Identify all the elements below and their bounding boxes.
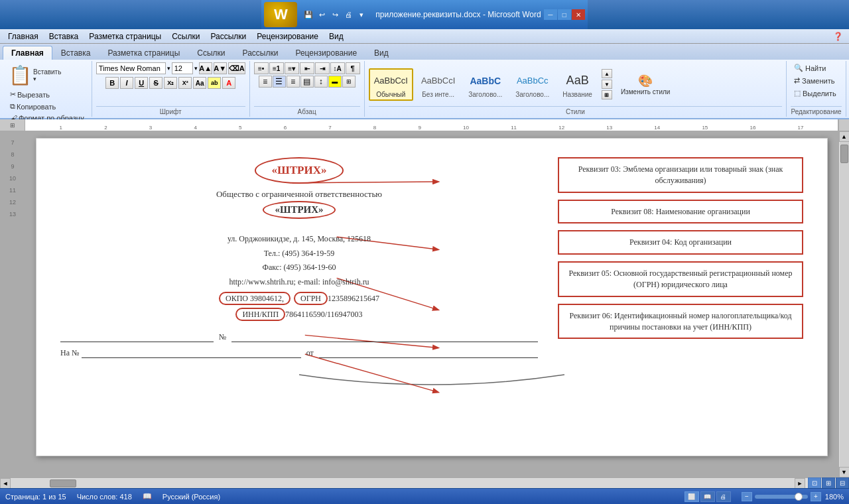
redo-qat-button[interactable]: ↪ <box>329 9 341 21</box>
scroll-track[interactable] <box>840 142 849 467</box>
language[interactable]: Русский (Россия) <box>163 493 220 501</box>
status-view-print-button[interactable]: 🖨 <box>716 491 731 502</box>
tab-layout[interactable]: Разметка страницы <box>99 46 188 60</box>
change-styles-button[interactable]: 🎨 Изменить стили <box>618 72 673 97</box>
close-button[interactable]: ✕ <box>572 9 585 20</box>
tab-view[interactable]: Вид <box>365 46 397 60</box>
align-left-button[interactable]: ≡ <box>259 76 272 88</box>
styles-group-label: Стили <box>369 106 782 115</box>
superscript-button[interactable]: X² <box>178 77 192 89</box>
word-count: Число слов: 418 <box>77 493 132 501</box>
status-view-reading-button[interactable]: 📖 <box>700 491 715 502</box>
menu-insert[interactable]: Вставка <box>44 31 84 42</box>
menu-view[interactable]: Вид <box>324 31 349 42</box>
undo-qat-button[interactable]: ↩ <box>316 9 328 21</box>
print-qat-button[interactable]: 🖨 <box>342 9 354 21</box>
italic-button[interactable]: I <box>120 77 133 89</box>
bullets-button[interactable]: ≡• <box>254 62 269 74</box>
highlight-button[interactable]: ab <box>208 77 221 89</box>
req05-box: Реквизит 05: Основной государственный ре… <box>558 261 803 297</box>
underline-button[interactable]: U <box>135 77 148 89</box>
view-web-button[interactable]: ⊟ <box>836 477 849 489</box>
sort-button[interactable]: ↕A <box>330 62 345 74</box>
tab-review[interactable]: Рецензирование <box>287 46 365 60</box>
align-right-button[interactable]: ≡ <box>287 76 300 88</box>
font-shrink-button[interactable]: A▼ <box>214 62 227 74</box>
status-view-normal-button[interactable]: ⬜ <box>685 491 699 502</box>
decrease-indent-button[interactable]: ⇤ <box>300 62 314 74</box>
subscript-button[interactable]: X₂ <box>164 77 177 89</box>
font-name-dropdown-icon[interactable]: ▾ <box>167 65 170 72</box>
req08-box: Реквизит 08: Наименование организации <box>558 200 803 224</box>
align-center-button[interactable]: ☰ <box>273 76 286 88</box>
clear-format-button[interactable]: ⌫A <box>228 62 245 74</box>
spelling-icon[interactable]: 📖 <box>143 492 152 501</box>
numbering-button[interactable]: ≡1 <box>269 62 284 74</box>
maximize-button[interactable]: □ <box>558 9 571 20</box>
paste-button[interactable]: 📋 Вставить ▾ <box>7 62 63 88</box>
hscroll-right-button[interactable]: ► <box>795 478 805 489</box>
zoom-level[interactable]: 180% <box>825 493 844 501</box>
window-title: приложение.реквизиты.docx - Microsoft Wo… <box>375 10 541 19</box>
font-size-dropdown-icon[interactable]: ▾ <box>194 65 198 72</box>
shading-button[interactable]: ▬ <box>328 76 342 88</box>
org-name-line1: Общество с ограниченной ответственностью <box>60 189 538 200</box>
style-heading1-button[interactable]: AaBbC Заголово... <box>463 68 507 101</box>
text-case-button[interactable]: Aa <box>193 77 206 89</box>
scroll-thumb[interactable] <box>840 145 848 163</box>
style-no-spacing-button[interactable]: AaBbCcI Без инте... <box>416 68 460 101</box>
view-fullscreen-button[interactable]: ⊞ <box>822 477 835 489</box>
cut-icon: ✂ <box>10 90 16 99</box>
menu-mailings[interactable]: Рассылки <box>205 31 251 42</box>
style-title-button[interactable]: АаВ Название <box>557 68 598 101</box>
help-button[interactable]: ❓ <box>832 31 844 42</box>
show-marks-button[interactable]: ¶ <box>346 62 360 74</box>
menu-home[interactable]: Главная <box>3 31 44 42</box>
borders-button[interactable]: ⊞ <box>342 76 356 88</box>
replace-button[interactable]: ⇄ Заменить <box>791 75 838 86</box>
menu-review[interactable]: Рецензирование <box>251 31 324 42</box>
increase-indent-button[interactable]: ⇥ <box>315 62 330 74</box>
cut-button[interactable]: ✂ Вырезать <box>7 89 53 100</box>
copy-button[interactable]: ⧉ Копировать <box>7 101 59 112</box>
styles-scroll-up-button[interactable]: ▲ <box>602 69 612 78</box>
row-marker-1: 7 <box>11 137 14 149</box>
hscroll-track[interactable] <box>11 479 795 488</box>
strikethrough-button[interactable]: S <box>149 77 163 89</box>
ruler-corner[interactable]: ⊞ <box>10 122 15 129</box>
style-normal-button[interactable]: AaBbCcI Обычный <box>369 68 413 101</box>
view-print-button[interactable]: ⊡ <box>808 477 821 489</box>
hscroll-left-button[interactable]: ◄ <box>0 478 11 489</box>
bold-button[interactable]: B <box>105 77 119 89</box>
menu-layout[interactable]: Разметка страницы <box>84 31 166 42</box>
font-name-input[interactable] <box>96 62 166 74</box>
qat-dropdown[interactable]: ▾ <box>356 9 367 21</box>
zoom-slider[interactable] <box>755 495 808 499</box>
tab-references[interactable]: Ссылки <box>188 46 233 60</box>
justify-button[interactable]: ▤ <box>300 76 314 88</box>
select-button[interactable]: ⬚ Выделить <box>791 88 840 99</box>
font-grow-button[interactable]: A▲ <box>199 62 212 74</box>
font-size-input[interactable] <box>172 62 193 74</box>
paragraph-group-label: Абзац <box>254 106 360 115</box>
hscroll-thumb[interactable] <box>50 479 76 487</box>
zoom-in-button[interactable]: + <box>811 492 821 501</box>
save-qat-button[interactable]: 💾 <box>302 9 314 21</box>
styles-scroll-down-button[interactable]: ▼ <box>602 80 612 89</box>
office-button[interactable]: W <box>264 2 297 27</box>
zoom-out-button[interactable]: − <box>742 492 752 501</box>
tab-mailings[interactable]: Рассылки <box>234 46 287 60</box>
scroll-up-button[interactable]: ▲ <box>839 131 850 142</box>
minimize-button[interactable]: ─ <box>544 9 557 20</box>
line-spacing-button[interactable]: ↕ <box>314 76 328 88</box>
multilevel-button[interactable]: ≡▾ <box>285 62 299 74</box>
scroll-down-button[interactable]: ▼ <box>839 467 850 477</box>
font-color-button[interactable]: A <box>222 77 235 89</box>
style-heading2-button[interactable]: AaBbCc Заголово... <box>510 68 555 101</box>
menu-references[interactable]: Ссылки <box>166 31 205 42</box>
tab-insert[interactable]: Вставка <box>52 46 99 60</box>
zoom-thumb[interactable] <box>795 493 803 501</box>
find-button[interactable]: 🔍 Найти <box>791 62 829 74</box>
styles-expand-button[interactable]: ⊞ <box>602 90 612 99</box>
tab-home[interactable]: Главная <box>3 46 52 60</box>
